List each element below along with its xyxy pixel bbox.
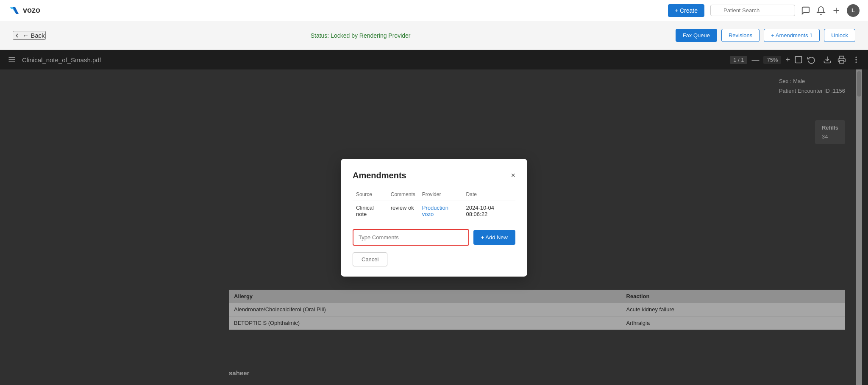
add-new-button[interactable]: + Add New	[473, 230, 515, 245]
provider-col-header: Provider	[419, 189, 463, 200]
comments-col-header: Comments	[387, 189, 419, 200]
amendments-modal: Amendments × Source Comments Provider Da…	[341, 159, 527, 277]
comment-input-row: + Add New	[353, 229, 515, 246]
top-nav: vozo + Create L	[0, 0, 868, 21]
notifications-icon[interactable]	[816, 6, 826, 15]
page-wrapper: ← Back Status: Locked by Rendering Provi…	[0, 21, 868, 385]
cancel-button[interactable]: Cancel	[353, 252, 387, 266]
modal-close-button[interactable]: ×	[511, 171, 515, 180]
modal-title: Amendments	[353, 171, 406, 180]
nav-right: + Create L	[668, 4, 860, 17]
create-button[interactable]: + Create	[668, 4, 704, 17]
vozo-logo-icon	[8, 5, 20, 17]
amendments-button[interactable]: + Amendments 1	[764, 29, 820, 42]
amendment-provider: Production vozo	[419, 200, 463, 222]
page-header: ← Back Status: Locked by Rendering Provi…	[0, 21, 868, 50]
messages-icon[interactable]	[801, 6, 810, 15]
back-label: ← Back	[22, 32, 45, 39]
status-text: Status: Locked by Rendering Provider	[311, 32, 411, 39]
date-col-header: Date	[463, 189, 515, 200]
unlock-button[interactable]: Unlock	[824, 29, 855, 42]
patient-search-input[interactable]	[710, 5, 795, 16]
vozo-logo-text: vozo	[23, 6, 40, 15]
fax-queue-button[interactable]: Fax Queue	[676, 29, 717, 42]
search-wrapper	[710, 5, 795, 16]
svg-marker-1	[13, 7, 19, 14]
modal-overlay: Amendments × Source Comments Provider Da…	[0, 50, 868, 385]
vozo-logo[interactable]: vozo	[8, 5, 40, 17]
pdf-viewer: Clinical_note_of_Smash.pdf 1 / 1 — 75% +…	[0, 50, 868, 385]
avatar[interactable]: L	[847, 4, 860, 17]
amendment-row: Clinical note review ok Production vozo …	[353, 200, 515, 222]
comment-input[interactable]	[353, 229, 469, 246]
amendment-date: 2024-10-04 08:06:22	[463, 200, 515, 222]
add-icon[interactable]	[832, 6, 841, 15]
amendments-table: Source Comments Provider Date Clinical n…	[353, 189, 515, 222]
modal-header: Amendments ×	[353, 171, 515, 180]
back-button[interactable]: ← Back	[13, 31, 46, 40]
amendment-source: Clinical note	[353, 200, 387, 222]
revisions-button[interactable]: Revisions	[721, 29, 760, 42]
amendment-comments: review ok	[387, 200, 419, 222]
back-arrow-icon	[14, 32, 20, 39]
nav-left: vozo	[8, 5, 40, 17]
header-actions: Fax Queue Revisions + Amendments 1 Unloc…	[676, 29, 855, 42]
source-col-header: Source	[353, 189, 387, 200]
